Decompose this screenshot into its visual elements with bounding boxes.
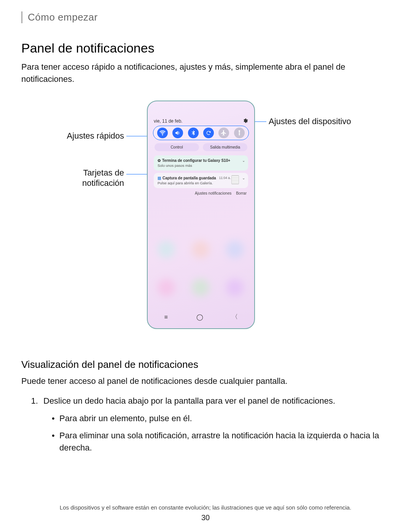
back-icon[interactable]: 〈 [232, 313, 238, 321]
figure: Ajustes rápidos Tarjetas de notificación… [21, 101, 390, 340]
callout-line [126, 136, 148, 137]
callout-device-settings: Ajustes del dispositivo [269, 117, 351, 126]
quick-settings-row [153, 126, 249, 140]
flashlight-icon[interactable] [234, 128, 245, 138]
intro-paragraph: Para tener acceso rápido a notificacione… [21, 61, 390, 85]
wifi-icon[interactable] [157, 128, 168, 138]
image-mini-icon: ▧ [158, 176, 161, 180]
step-item: Deslice un dedo hacia abajo por la panta… [40, 395, 390, 454]
settings-mini-icon: ✿ [158, 158, 161, 163]
callout-line [126, 174, 149, 175]
recents-icon[interactable]: ≡ [164, 314, 167, 321]
android-navbar: ≡ ◯ 〈 [150, 312, 252, 323]
breadcrumb: Cómo empezar [21, 11, 390, 23]
step-text: Deslice un dedo hacia abajo por la panta… [43, 396, 335, 406]
card-subtitle: Solo unos pasos más [158, 163, 244, 168]
airplane-icon[interactable] [218, 128, 229, 138]
substep-item: Para eliminar una sola notificación, arr… [52, 430, 390, 454]
notification-card[interactable]: ✿ Termina de configurar tu Galaxy S10+ S… [154, 155, 248, 171]
body-paragraph: Puede tener acceso al panel de notificac… [21, 375, 390, 387]
chevron-down-icon[interactable]: ⌄ [242, 158, 245, 163]
gear-icon[interactable] [243, 118, 248, 125]
section-subtitle: Visualización del panel de notificacione… [21, 359, 390, 371]
notif-settings-link[interactable]: Ajustes notificaciones [195, 191, 231, 195]
status-bar: vie, 11 de feb. [154, 118, 248, 125]
notification-card[interactable]: ▧ Captura de pantalla guardada 11:04 a. … [154, 173, 248, 188]
page-title: Panel de notificaciones [21, 41, 390, 56]
card-title: Termina de configurar tu Galaxy S10+ [162, 158, 230, 163]
bluetooth-icon[interactable] [188, 128, 199, 138]
sound-icon[interactable] [172, 128, 183, 138]
pill-control[interactable]: Control [155, 143, 199, 151]
pill-media[interactable]: Salida multimedia [203, 143, 247, 151]
rotate-icon[interactable] [203, 128, 214, 138]
clear-button[interactable]: Borrar [236, 191, 247, 195]
home-icon[interactable]: ◯ [196, 313, 203, 321]
steps-list: Deslice un dedo hacia abajo por la panta… [40, 395, 390, 454]
callout-quick-settings: Ajustes rápidos [44, 131, 124, 141]
status-date: vie, 11 de feb. [154, 118, 182, 124]
breadcrumb-text: Cómo empezar [28, 11, 390, 23]
substep-item: Para abrir un elemento, pulse en él. [52, 412, 390, 425]
chevron-down-icon[interactable]: ⌄ [242, 176, 245, 180]
screenshot-thumbnail [231, 175, 239, 184]
page-number: 30 [0, 513, 411, 522]
callout-notification-cards: Tarjetas de notificación [56, 168, 124, 189]
card-title: Captura de pantalla guardada [162, 176, 216, 180]
phone-illustration: vie, 11 de feb. Control Salida multimedi… [147, 101, 255, 329]
footnote: Los dispositivos y el software están en … [0, 504, 411, 511]
